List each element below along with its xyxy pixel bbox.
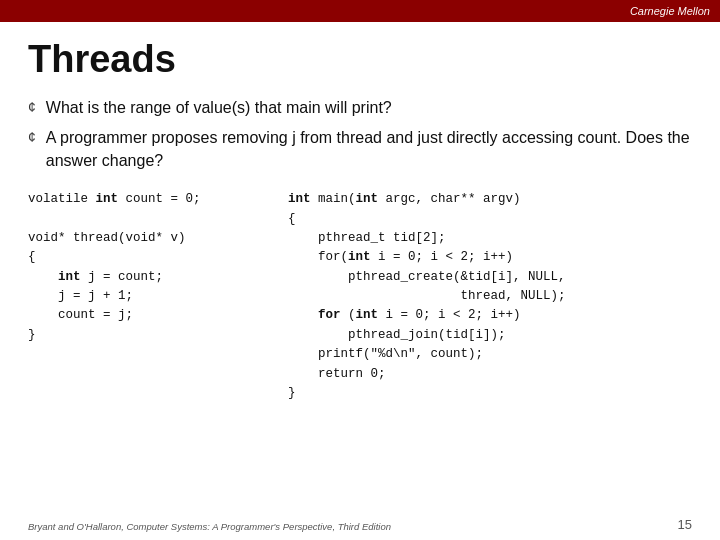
bullet-text-1: What is the range of value(s) that main … (46, 97, 392, 119)
footer-page-number: 15 (678, 517, 692, 532)
code-right-line-7: pthread_join(tid[i]); (288, 326, 692, 345)
bullet-section: ¢ What is the range of value(s) that mai… (28, 97, 692, 172)
code-left-line-1 (28, 210, 278, 229)
code-left-line-7: } (28, 326, 278, 345)
code-right-line-0: int main(int argc, char** argv) (288, 190, 692, 209)
code-right-line-3: for(int i = 0; i < 2; i++) (288, 248, 692, 267)
bullet-text-2: A programmer proposes removing j from th… (46, 127, 692, 172)
code-right-line-10: } (288, 384, 692, 403)
code-section: volatile int count = 0; void* thread(voi… (28, 190, 692, 403)
top-bar: Carnegie Mellon (0, 0, 720, 22)
footer-citation: Bryant and O'Hallaron, Computer Systems:… (28, 521, 391, 532)
code-right-line-8: printf("%d\n", count); (288, 345, 692, 364)
code-right-line-5: thread, NULL); (288, 287, 692, 306)
code-left-line-2: void* thread(void* v) (28, 229, 278, 248)
page-title: Threads (28, 38, 692, 81)
code-left-line-5: j = j + 1; (28, 287, 278, 306)
code-right-line-2: pthread_t tid[2]; (288, 229, 692, 248)
code-right-line-9: return 0; (288, 365, 692, 384)
carnegie-mellon-label: Carnegie Mellon (630, 5, 710, 17)
code-left-line-4: int j = count; (28, 268, 278, 287)
code-left-line-3: { (28, 248, 278, 267)
main-content: Threads ¢ What is the range of value(s) … (0, 22, 720, 413)
footer: Bryant and O'Hallaron, Computer Systems:… (28, 517, 692, 532)
bullet-item-2: ¢ A programmer proposes removing j from … (28, 127, 692, 172)
code-left-line-0: volatile int count = 0; (28, 190, 278, 209)
bullet-icon-1: ¢ (28, 99, 36, 115)
bullet-item-1: ¢ What is the range of value(s) that mai… (28, 97, 692, 119)
code-right-line-1: { (288, 210, 692, 229)
code-right: int main(int argc, char** argv) { pthrea… (288, 190, 692, 403)
code-left-line-6: count = j; (28, 306, 278, 325)
code-left: volatile int count = 0; void* thread(voi… (28, 190, 288, 403)
code-right-line-6: for (int i = 0; i < 2; i++) (288, 306, 692, 325)
code-right-line-4: pthread_create(&tid[i], NULL, (288, 268, 692, 287)
bullet-icon-2: ¢ (28, 129, 36, 145)
